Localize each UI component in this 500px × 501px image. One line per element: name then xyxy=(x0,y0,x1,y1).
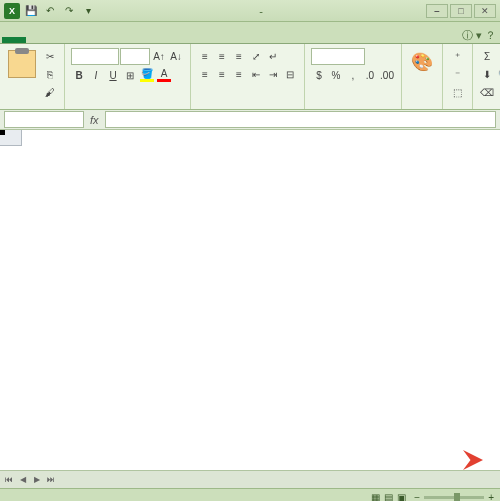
align-mid-icon[interactable]: ≡ xyxy=(214,48,230,64)
align-center-icon[interactable]: ≡ xyxy=(214,66,230,82)
sheet-first-icon[interactable]: ⏮ xyxy=(2,473,16,487)
zoom-slider[interactable] xyxy=(424,496,484,499)
sheet-last-icon[interactable]: ⏭ xyxy=(44,473,58,487)
align-bot-icon[interactable]: ≡ xyxy=(231,48,247,64)
zoom-out-icon[interactable]: − xyxy=(414,492,420,501)
sheet-nav: ⏮ ◀ ▶ ⏭ xyxy=(0,473,60,487)
currency-icon[interactable]: $ xyxy=(311,67,327,83)
number-label xyxy=(311,105,395,107)
ribbon-tabs: ⓘ ▾ ？ xyxy=(0,22,500,44)
italic-button[interactable]: I xyxy=(88,67,104,83)
ribbon: ✂ ⎘ 🖌 A↑ A↓ B I U ⊞ 🪣 A xyxy=(0,44,500,110)
percent-icon[interactable]: % xyxy=(328,67,344,83)
undo-icon[interactable]: ↶ xyxy=(42,3,58,19)
sheet-prev-icon[interactable]: ◀ xyxy=(16,473,30,487)
paste-button[interactable] xyxy=(6,48,38,82)
grow-font-icon[interactable]: A↑ xyxy=(151,48,167,64)
copy-icon[interactable]: ⎘ xyxy=(42,66,58,82)
font-size-select[interactable] xyxy=(120,48,150,65)
border-button[interactable]: ⊞ xyxy=(122,67,138,83)
autosum-icon[interactable]: Σ xyxy=(479,48,495,64)
indent-dec-icon[interactable]: ⇤ xyxy=(248,66,264,82)
watermark xyxy=(458,445,494,475)
format-painter-icon[interactable]: 🖌 xyxy=(42,84,58,100)
redo-icon[interactable]: ↷ xyxy=(61,3,77,19)
zoom-controls: ▦ ▤ ▣ − + xyxy=(371,492,494,501)
view-normal-icon[interactable]: ▦ xyxy=(371,492,380,501)
font-name-select[interactable] xyxy=(71,48,119,65)
font-color-button[interactable]: A xyxy=(156,67,172,83)
save-icon[interactable]: 💾 xyxy=(23,3,39,19)
align-top-icon[interactable]: ≡ xyxy=(197,48,213,64)
underline-button[interactable]: U xyxy=(105,67,121,83)
group-styles: 🎨 xyxy=(402,44,443,109)
orientation-icon[interactable]: ⤢ xyxy=(248,48,264,64)
window-controls: ‒ □ ✕ xyxy=(426,4,496,18)
indent-inc-icon[interactable]: ⇥ xyxy=(265,66,281,82)
paste-icon xyxy=(8,50,36,78)
titlebar: X 💾 ↶ ↷ ▾ - ‒ □ ✕ xyxy=(0,0,500,22)
view-break-icon[interactable]: ▣ xyxy=(397,492,406,501)
sort-icon[interactable]: ⇅ xyxy=(496,48,500,64)
formula-bar[interactable] xyxy=(105,111,496,128)
styles-button[interactable]: 🎨 xyxy=(408,48,436,78)
format-cells-button[interactable]: ⬚ xyxy=(449,84,466,100)
minimize-button[interactable]: ‒ xyxy=(426,4,448,18)
help-icon[interactable]: ⓘ ▾ ？ xyxy=(462,28,496,43)
cut-icon[interactable]: ✂ xyxy=(42,48,58,64)
dec-decimal-icon[interactable]: .00 xyxy=(379,67,395,83)
select-all-corner[interactable] xyxy=(0,130,22,146)
excel-icon: X xyxy=(4,3,20,19)
align-right-icon[interactable]: ≡ xyxy=(231,66,247,82)
editing-label xyxy=(479,105,500,107)
qat-dropdown-icon[interactable]: ▾ xyxy=(80,3,96,19)
merge-icon[interactable]: ⊟ xyxy=(282,66,298,82)
bold-button[interactable]: B xyxy=(71,67,87,83)
close-button[interactable]: ✕ xyxy=(474,4,496,18)
group-number: $ % , .0 .00 xyxy=(305,44,402,109)
maximize-button[interactable]: □ xyxy=(450,4,472,18)
watermark-icon xyxy=(458,445,488,475)
inc-decimal-icon[interactable]: .0 xyxy=(362,67,378,83)
fill-icon[interactable]: ⬇ xyxy=(479,66,495,82)
status-bar: ▦ ▤ ▣ − + xyxy=(0,488,500,501)
fill-color-button[interactable]: 🪣 xyxy=(139,67,155,83)
fx-icon[interactable]: fx xyxy=(90,114,99,126)
group-align: ≡ ≡ ≡ ⤢ ↵ ≡ ≡ ≡ ⇤ ⇥ ⊟ xyxy=(191,44,305,109)
zoom-in-icon[interactable]: + xyxy=(488,492,494,501)
cells-label xyxy=(449,105,466,107)
clipboard-label xyxy=(6,105,58,107)
comma-icon[interactable]: , xyxy=(345,67,361,83)
group-cells: ⁺ ⁻ ⬚ xyxy=(443,44,473,109)
font-label xyxy=(71,105,184,107)
align-label xyxy=(197,105,298,107)
clear-icon[interactable]: ⌫ xyxy=(479,84,495,100)
window-title: - xyxy=(96,5,426,17)
name-box[interactable] xyxy=(4,111,84,128)
group-font: A↑ A↓ B I U ⊞ 🪣 A xyxy=(65,44,191,109)
group-editing: Σ⇅ ⬇🔍 ⌫ xyxy=(473,44,500,109)
align-left-icon[interactable]: ≡ xyxy=(197,66,213,82)
sheet-next-icon[interactable]: ▶ xyxy=(30,473,44,487)
wrap-text-icon[interactable]: ↵ xyxy=(265,48,281,64)
number-format-select[interactable] xyxy=(311,48,365,65)
shrink-font-icon[interactable]: A↓ xyxy=(168,48,184,64)
formula-bar-row: fx xyxy=(0,110,500,130)
insert-cells-button[interactable]: ⁺ xyxy=(449,48,465,64)
spreadsheet-grid[interactable] xyxy=(0,130,500,470)
qat: X 💾 ↶ ↷ ▾ xyxy=(4,3,96,19)
find-icon[interactable]: 🔍 xyxy=(496,66,500,82)
delete-cells-button[interactable]: ⁻ xyxy=(449,66,465,82)
view-layout-icon[interactable]: ▤ xyxy=(384,492,393,501)
group-clipboard: ✂ ⎘ 🖌 xyxy=(0,44,65,109)
sheet-tabs-bar: ⏮ ◀ ▶ ⏭ xyxy=(0,470,500,488)
file-tab[interactable] xyxy=(2,37,26,43)
styles-icon: 🎨 xyxy=(410,50,434,74)
